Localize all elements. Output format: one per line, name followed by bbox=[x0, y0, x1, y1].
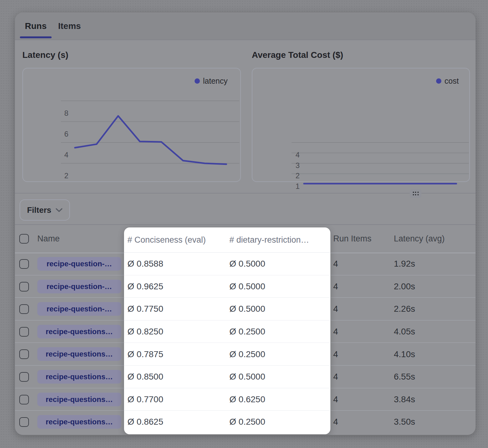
highlighted-row: Ø 0.7750Ø 0.5000 bbox=[124, 298, 330, 320]
cell-latency-avg: 4.10s bbox=[394, 343, 415, 366]
y-tick-label: 8 bbox=[50, 109, 68, 118]
row-checkbox[interactable] bbox=[19, 372, 29, 382]
y-tick-label: 2 bbox=[281, 171, 300, 180]
latency-legend-dot-icon bbox=[195, 78, 200, 84]
latency-chart-title: Latency (s) bbox=[22, 50, 68, 60]
cell-conciseness: Ø 0.8625 bbox=[127, 411, 163, 433]
row-checkbox[interactable] bbox=[19, 349, 29, 359]
cell-dietary-restriction: Ø 0.5000 bbox=[229, 275, 265, 298]
row-checkbox[interactable] bbox=[19, 327, 29, 337]
charts-section-divider bbox=[15, 193, 476, 194]
cell-dietary-restriction: Ø 0.5000 bbox=[229, 253, 265, 275]
filters-button[interactable]: Filters bbox=[20, 199, 70, 221]
latency-line-chart bbox=[22, 68, 241, 186]
panel-resize-handle[interactable] bbox=[410, 189, 421, 198]
tabs-divider bbox=[15, 40, 476, 40]
cell-latency-avg: 6.55s bbox=[394, 366, 415, 388]
runs-panel: Runs Items Latency (s) Average Total Cos… bbox=[15, 12, 476, 435]
column-header-name: Name bbox=[37, 225, 60, 253]
active-tab-underline bbox=[20, 36, 52, 38]
cell-run-items: 4 bbox=[333, 253, 338, 275]
latency-legend: latency bbox=[195, 77, 228, 86]
cell-conciseness: Ø 0.8500 bbox=[127, 366, 163, 388]
cell-dietary-restriction: Ø 0.2500 bbox=[229, 411, 265, 433]
tab-bar: Runs Items bbox=[15, 12, 476, 40]
cell-run-items: 4 bbox=[333, 343, 338, 366]
run-name-pill[interactable]: recipe-questions… bbox=[37, 347, 121, 361]
y-tick-label: 3 bbox=[281, 161, 300, 170]
row-checkbox[interactable] bbox=[19, 417, 29, 427]
select-all-checkbox[interactable] bbox=[19, 234, 29, 244]
row-checkbox[interactable] bbox=[19, 304, 29, 314]
highlighted-row: Ø 0.8625Ø 0.2500 bbox=[124, 411, 330, 433]
run-name-pill[interactable]: recipe-question-… bbox=[37, 280, 121, 293]
cell-dietary-restriction: Ø 0.6250 bbox=[229, 388, 265, 411]
column-header-dietary-restriction: # dietary-restriction… bbox=[229, 227, 309, 253]
cell-run-items: 4 bbox=[333, 388, 338, 411]
cell-latency-avg: 2.00s bbox=[394, 275, 415, 298]
cell-run-items: 4 bbox=[333, 366, 338, 388]
cell-conciseness: Ø 0.7700 bbox=[127, 388, 163, 411]
filters-button-label: Filters bbox=[27, 205, 51, 215]
cell-conciseness: Ø 0.8250 bbox=[127, 320, 163, 343]
highlighted-row: Ø 0.8588Ø 0.5000 bbox=[124, 253, 330, 275]
cell-run-items: 4 bbox=[333, 320, 338, 343]
cell-latency-avg: 4.05s bbox=[394, 320, 415, 343]
cell-latency-avg: 3.50s bbox=[394, 411, 415, 433]
column-header-run-items: Run Items bbox=[333, 225, 371, 253]
highlighted-row: Ø 0.8500Ø 0.5000 bbox=[124, 366, 330, 388]
y-tick-label: 4 bbox=[50, 151, 68, 159]
highlighted-row: Ø 0.7875Ø 0.2500 bbox=[124, 343, 330, 366]
run-name-pill[interactable]: recipe-question-… bbox=[37, 257, 121, 271]
highlighted-row: Ø 0.7700Ø 0.6250 bbox=[124, 388, 330, 411]
row-checkbox[interactable] bbox=[19, 282, 29, 292]
y-tick-label: 2 bbox=[50, 171, 68, 180]
row-checkbox[interactable] bbox=[19, 259, 29, 269]
cost-legend-label: cost bbox=[444, 77, 459, 86]
cell-conciseness: Ø 0.9625 bbox=[127, 275, 163, 298]
y-tick-label: 4 bbox=[281, 151, 300, 159]
cell-latency-avg: 1.92s bbox=[394, 253, 415, 275]
highlighted-columns-overlay: # Conciseness (eval) # dietary-restricti… bbox=[124, 227, 330, 434]
run-name-pill[interactable]: recipe-questions… bbox=[37, 325, 121, 338]
highlighted-row: Ø 0.8250Ø 0.2500 bbox=[124, 320, 330, 343]
highlighted-table-body: Ø 0.8588Ø 0.5000Ø 0.9625Ø 0.5000Ø 0.7750… bbox=[124, 253, 330, 433]
cell-run-items: 4 bbox=[333, 275, 338, 298]
cell-run-items: 4 bbox=[333, 298, 338, 320]
drag-dots-icon bbox=[413, 192, 419, 195]
cost-legend-dot-icon bbox=[436, 78, 441, 84]
cost-legend: cost bbox=[436, 77, 459, 86]
cell-dietary-restriction: Ø 0.2500 bbox=[229, 343, 265, 366]
cost-chart-title: Average Total Cost ($) bbox=[252, 50, 343, 60]
run-name-pill[interactable]: recipe-question-… bbox=[37, 302, 121, 316]
cell-conciseness: Ø 0.7750 bbox=[127, 298, 163, 320]
cell-conciseness: Ø 0.8588 bbox=[127, 253, 163, 275]
tab-items[interactable]: Items bbox=[58, 12, 81, 40]
highlighted-header-row: # Conciseness (eval) # dietary-restricti… bbox=[124, 227, 330, 253]
y-tick-label: 1 bbox=[281, 182, 300, 191]
tab-runs[interactable]: Runs bbox=[25, 12, 47, 40]
cell-conciseness: Ø 0.7875 bbox=[127, 343, 163, 366]
cell-run-items: 4 bbox=[333, 411, 338, 433]
y-tick-label: 6 bbox=[50, 130, 68, 138]
latency-legend-label: latency bbox=[203, 77, 228, 86]
run-name-pill[interactable]: recipe-questions… bbox=[37, 370, 121, 384]
cell-latency-avg: 2.26s bbox=[394, 298, 415, 320]
column-header-conciseness: # Conciseness (eval) bbox=[127, 227, 206, 253]
cell-dietary-restriction: Ø 0.5000 bbox=[229, 366, 265, 388]
cell-latency-avg: 3.84s bbox=[394, 388, 415, 411]
chevron-down-icon bbox=[56, 208, 62, 212]
dimmed-page-background: Runs Items Latency (s) Average Total Cos… bbox=[0, 0, 488, 448]
cell-dietary-restriction: Ø 0.5000 bbox=[229, 298, 265, 320]
run-name-pill[interactable]: recipe-questions… bbox=[37, 415, 121, 429]
column-header-latency-avg: Latency (avg) bbox=[394, 225, 445, 253]
cell-dietary-restriction: Ø 0.2500 bbox=[229, 320, 265, 343]
run-name-pill[interactable]: recipe-questions… bbox=[37, 393, 121, 406]
highlighted-row: Ø 0.9625Ø 0.5000 bbox=[124, 275, 330, 298]
row-checkbox[interactable] bbox=[19, 395, 29, 404]
